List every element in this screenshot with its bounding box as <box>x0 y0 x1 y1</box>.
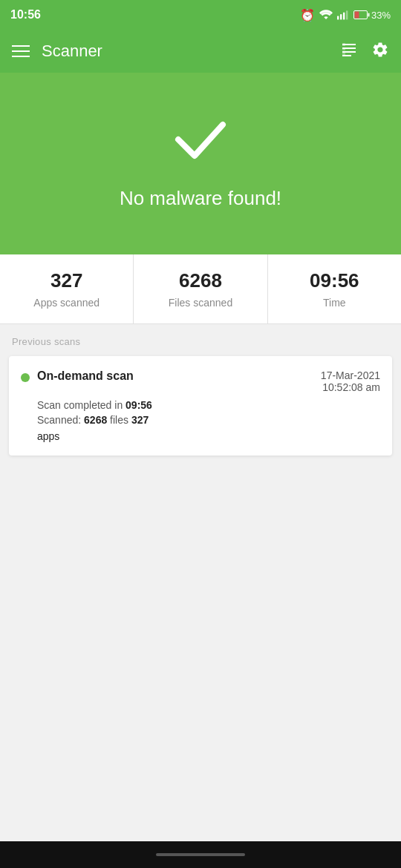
svg-rect-13 <box>342 52 345 55</box>
hero-section: No malware found! <box>0 73 401 254</box>
checkmark-icon <box>171 110 230 169</box>
scan-details: Scan completed in 09:56 Scanned: 6268 fi… <box>21 399 380 442</box>
status-time: 10:56 <box>10 8 41 22</box>
scan-scanned-line: Scanned: 6268 files 327 <box>37 414 380 426</box>
svg-rect-2 <box>343 13 345 20</box>
app-title: Scanner <box>42 42 102 61</box>
apps-scanned-number: 327 <box>50 269 82 292</box>
time-label: Time <box>323 297 346 309</box>
menu-icon[interactable] <box>12 45 30 57</box>
svg-rect-10 <box>342 55 351 56</box>
svg-rect-12 <box>342 47 345 50</box>
list-icon[interactable] <box>340 41 358 62</box>
battery-icon: 33% <box>353 10 391 21</box>
app-bar-right <box>340 41 389 62</box>
battery-percent: 33% <box>371 10 391 21</box>
scan-status-dot <box>21 373 30 382</box>
previous-scans-label: Previous scans <box>0 324 401 353</box>
signal-icon <box>337 10 349 20</box>
scan-files-count: 6268 <box>84 414 107 426</box>
wifi-icon <box>319 10 333 20</box>
scan-card-left: On-demand scan <box>21 369 134 383</box>
svg-rect-11 <box>342 43 345 46</box>
alarm-icon: ⏰ <box>300 8 315 22</box>
app-bar-left: Scanner <box>12 42 102 61</box>
time-number: 09:56 <box>310 269 359 292</box>
apps-scanned-label: Apps scanned <box>33 297 100 309</box>
files-scanned-stat: 6268 Files scanned <box>134 254 267 323</box>
settings-icon[interactable] <box>371 41 389 62</box>
scan-date-value: 17-Mar-2021 <box>321 369 380 381</box>
scan-apps-label: apps <box>37 430 380 442</box>
scan-card-header: On-demand scan 17-Mar-2021 10:52:08 am <box>21 369 380 393</box>
scan-card: On-demand scan 17-Mar-2021 10:52:08 am S… <box>9 356 392 456</box>
svg-rect-3 <box>346 10 348 19</box>
stats-row: 327 Apps scanned 6268 Files scanned 09:5… <box>0 254 401 324</box>
no-malware-text: No malware found! <box>120 187 281 210</box>
scan-type: On-demand scan <box>37 369 134 383</box>
files-scanned-label: Files scanned <box>169 297 232 309</box>
apps-scanned-stat: 327 Apps scanned <box>0 254 134 323</box>
bottom-nav-bar <box>0 841 401 868</box>
status-icons: ⏰ 33% <box>300 8 391 22</box>
app-bar: Scanner <box>0 30 401 73</box>
svg-rect-0 <box>337 16 339 20</box>
svg-rect-1 <box>340 14 342 19</box>
status-bar: 10:56 ⏰ 33% <box>0 0 401 30</box>
files-scanned-number: 6268 <box>179 269 222 292</box>
time-stat: 09:56 Time <box>268 254 401 323</box>
scan-datetime: 17-Mar-2021 10:52:08 am <box>321 369 380 393</box>
scan-completed-time: 09:56 <box>125 399 152 411</box>
svg-rect-5 <box>368 13 369 17</box>
scan-completed-line: Scan completed in 09:56 <box>37 399 380 411</box>
home-indicator[interactable] <box>156 853 245 856</box>
scan-time-value: 10:52:08 am <box>321 381 380 393</box>
svg-rect-6 <box>354 12 359 19</box>
scan-apps-count: 327 <box>131 414 149 426</box>
